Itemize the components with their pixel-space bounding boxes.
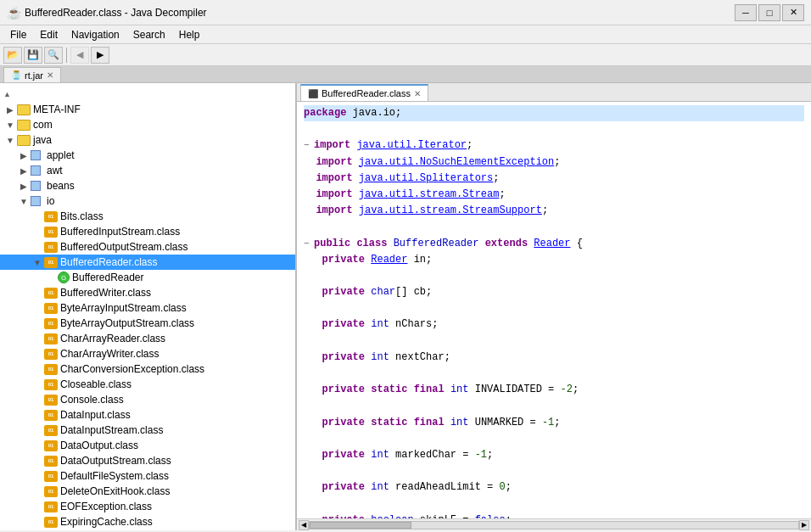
tree-toggle[interactable]: ▶ <box>17 182 31 191</box>
tree-item[interactable]: ▶awt <box>0 163 295 178</box>
tree-item-label: DataOutput.class <box>60 440 138 451</box>
tree-item-label: BufferedInputStream.class <box>60 226 180 238</box>
tree-item-label: BufferedReader.class <box>60 256 158 268</box>
class-icon: 01 <box>44 364 58 375</box>
tree-item[interactable]: 01DataOutputStream.class <box>0 453 295 468</box>
code-class-decl: −public class BufferedReader extends Rea… <box>304 236 804 252</box>
folder-icon <box>17 135 31 146</box>
tree-item[interactable]: 01DataInputStream.class <box>0 423 295 438</box>
tree-item-label: DeleteOnExitHook.class <box>60 485 170 497</box>
tree-item[interactable]: 01Bits.class <box>0 209 295 224</box>
folder-icon <box>17 120 31 131</box>
green-circle-icon: G <box>58 272 70 283</box>
tree-item-label: Closeable.class <box>60 378 131 390</box>
tree-item-label: CharArrayReader.class <box>60 333 165 344</box>
menu-file[interactable]: File <box>3 25 33 43</box>
code-tab-close[interactable]: ✕ <box>414 89 421 98</box>
tree-item[interactable]: ▼java <box>0 132 295 148</box>
tree-item-label: BufferedReader <box>72 272 144 283</box>
code-blank-4 <box>304 300 804 316</box>
tree-item[interactable]: 01ByteArrayOutputStream.class <box>0 316 295 331</box>
tree-toggle[interactable]: ▼ <box>17 197 31 206</box>
package-icon <box>31 150 44 161</box>
tree-toggle[interactable]: ▼ <box>3 120 17 130</box>
code-blank-6 <box>304 366 804 382</box>
title-bar: ☕ BufferedReader.class - Java Decompiler… <box>0 0 811 25</box>
class-icon: 01 <box>44 349 58 360</box>
code-field-6: private static final int UNMARKED = -1; <box>304 415 804 431</box>
tree-toggle[interactable]: ▶ <box>17 166 31 176</box>
jar-tab-close[interactable]: ✕ <box>47 70 53 80</box>
tree-item[interactable]: ▼com <box>0 117 295 132</box>
tree-item[interactable]: 01BufferedWriter.class <box>0 285 295 300</box>
tree-item[interactable]: 01Console.class <box>0 392 295 407</box>
tree-toggle[interactable]: ▶ <box>3 105 17 115</box>
tree-item-label: ExpiringCache.class <box>60 516 153 528</box>
toolbar-forward[interactable]: ▶ <box>91 47 109 64</box>
code-blank-8 <box>304 431 804 447</box>
tree-item[interactable]: ▶META-INF <box>0 102 295 117</box>
tree-item[interactable]: 01CharConversionException.class <box>0 361 295 377</box>
tree-item[interactable]: ▼io <box>0 193 295 209</box>
tree-item[interactable]: 01DeleteOnExitHook.class <box>0 484 295 499</box>
code-import-3: import java.util.Spliterators; <box>304 171 804 187</box>
tree-item[interactable]: 01CharArrayReader.class <box>0 331 295 346</box>
app-icon: ☕ <box>7 6 21 20</box>
tree-item[interactable]: 01ExpiringCache.class <box>0 514 295 529</box>
tree-item[interactable]: ▶applet <box>0 148 295 163</box>
code-file-tab-label: BufferedReader.class <box>322 88 411 98</box>
tree-item[interactable]: 01BufferedInputStream.class <box>0 224 295 239</box>
tree-item-label: DataInputStream.class <box>60 424 163 436</box>
tree-item[interactable]: ▶beans <box>0 178 295 193</box>
package-icon <box>31 181 44 192</box>
code-field-3: private int nChars; <box>304 316 804 333</box>
tree-item[interactable]: 01Closeable.class <box>0 377 295 392</box>
tree-item-label: ByteArrayOutputStream.class <box>60 317 194 329</box>
tree-panel: ▲▶META-INF▼com▼java▶applet▶awt▶beans▼io0… <box>0 83 297 530</box>
jar-tab-bar: 🫙 rt.jar ✕ <box>0 66 811 83</box>
menu-bar: File Edit Navigation Search Help <box>0 25 811 44</box>
tree-item-label: DataInput.class <box>60 409 131 421</box>
tree-item[interactable]: ▼01BufferedReader.class <box>0 255 295 270</box>
tree-item[interactable]: 01Externalizable.class <box>0 529 295 530</box>
hscroll-track[interactable] <box>309 521 799 529</box>
tree-item[interactable]: 01ByteArrayInputStream.class <box>0 300 295 316</box>
tree-item-label: DataOutputStream.class <box>60 455 171 467</box>
tree-item[interactable]: 01DataInput.class <box>0 407 295 423</box>
hscroll-left-arrow[interactable]: ◀ <box>299 520 309 530</box>
tree-item[interactable]: GBufferedReader <box>0 270 295 285</box>
menu-help[interactable]: Help <box>172 25 207 43</box>
tree-item[interactable]: 01DataOutput.class <box>0 438 295 453</box>
code-file-tab[interactable]: ⬛ BufferedReader.class ✕ <box>300 84 428 101</box>
jar-tab[interactable]: 🫙 rt.jar ✕ <box>3 67 61 82</box>
tree-item-label: awt <box>47 165 63 176</box>
menu-edit[interactable]: Edit <box>33 25 64 43</box>
code-scroll-area[interactable]: package java.io; −import java.util.Itera… <box>297 102 811 518</box>
tree-item[interactable]: 01EOFException.class <box>0 499 295 514</box>
close-button[interactable]: ✕ <box>782 4 804 21</box>
tree-item[interactable]: 01CharArrayWriter.class <box>0 346 295 361</box>
tree-item-label: EOFException.class <box>60 501 152 512</box>
class-icon: 01 <box>44 257 58 268</box>
maximize-button[interactable]: □ <box>758 4 780 21</box>
code-blank-7 <box>304 398 804 414</box>
collapse-imports[interactable]: − <box>304 138 314 154</box>
menu-search[interactable]: Search <box>126 25 172 43</box>
tree-toggle[interactable]: ▶ <box>17 151 31 160</box>
collapse-class[interactable]: − <box>304 237 314 252</box>
tree-item-label: ByteArrayInputStream.class <box>60 302 187 314</box>
tree-item[interactable]: 01DefaultFileSystem.class <box>0 468 295 484</box>
toolbar-save[interactable]: 💾 <box>24 47 42 64</box>
tree-item[interactable]: 01BufferedOutputStream.class <box>0 239 295 255</box>
tree-toggle[interactable]: ▼ <box>31 258 44 267</box>
minimize-button[interactable]: ─ <box>735 4 757 21</box>
toolbar-search[interactable]: 🔍 <box>44 47 63 64</box>
hscroll-thumb[interactable] <box>310 522 411 529</box>
hscroll-right-arrow[interactable]: ▶ <box>799 520 809 530</box>
code-horizontal-scrollbar[interactable]: ◀ ▶ <box>297 518 811 530</box>
tree-toggle[interactable]: ▼ <box>3 136 17 145</box>
tree-item-label: Console.class <box>60 394 124 406</box>
menu-navigation[interactable]: Navigation <box>64 25 126 43</box>
toolbar-open[interactable]: 📂 <box>3 47 22 64</box>
toolbar-back[interactable]: ◀ <box>70 47 89 64</box>
